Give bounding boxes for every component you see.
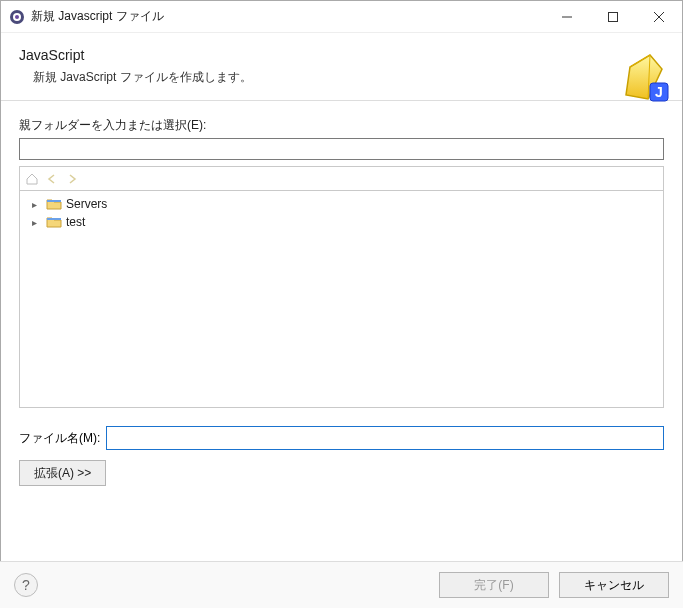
close-button[interactable] — [636, 1, 682, 33]
wizard-body: 親フォルダーを入力または選択(E): ▸ Servers ▸ test — [1, 101, 682, 496]
chevron-right-icon[interactable]: ▸ — [32, 199, 42, 210]
svg-point-2 — [15, 15, 19, 19]
back-icon[interactable] — [44, 171, 60, 187]
parent-folder-label: 親フォルダーを入力または選択(E): — [19, 117, 664, 134]
finish-button[interactable]: 完了(F) — [439, 572, 549, 598]
app-icon — [9, 9, 25, 25]
advanced-button[interactable]: 拡張(A) >> — [19, 460, 106, 486]
folder-tree[interactable]: ▸ Servers ▸ test — [19, 190, 664, 408]
tree-toolbar — [19, 166, 664, 190]
forward-icon[interactable] — [64, 171, 80, 187]
folder-icon — [46, 214, 62, 230]
wizard-banner: JavaScript 新規 JavaScript ファイルを作成します。 J — [1, 33, 682, 101]
tree-item-label: test — [66, 215, 85, 229]
folder-icon — [46, 196, 62, 212]
help-button[interactable]: ? — [14, 573, 38, 597]
wizard-heading: JavaScript — [19, 47, 664, 63]
tree-item-label: Servers — [66, 197, 107, 211]
svg-text:J: J — [655, 84, 663, 100]
filename-input[interactable] — [106, 426, 664, 450]
parent-folder-input[interactable] — [19, 138, 664, 160]
svg-rect-4 — [609, 12, 618, 21]
wizard-footer: ? 完了(F) キャンセル — [0, 561, 683, 608]
minimize-button[interactable] — [544, 1, 590, 33]
maximize-button[interactable] — [590, 1, 636, 33]
svg-rect-9 — [47, 200, 61, 202]
javascript-wizard-icon: J — [608, 47, 672, 111]
wizard-description: 新規 JavaScript ファイルを作成します。 — [19, 69, 664, 86]
titlebar: 新規 Javascript ファイル — [1, 1, 682, 33]
cancel-button[interactable]: キャンセル — [559, 572, 669, 598]
filename-label: ファイル名(M): — [19, 430, 100, 447]
chevron-right-icon[interactable]: ▸ — [32, 217, 42, 228]
tree-item[interactable]: ▸ test — [26, 213, 657, 231]
window-title: 新規 Javascript ファイル — [31, 8, 164, 25]
tree-item[interactable]: ▸ Servers — [26, 195, 657, 213]
svg-rect-10 — [47, 218, 61, 220]
home-icon[interactable] — [24, 171, 40, 187]
